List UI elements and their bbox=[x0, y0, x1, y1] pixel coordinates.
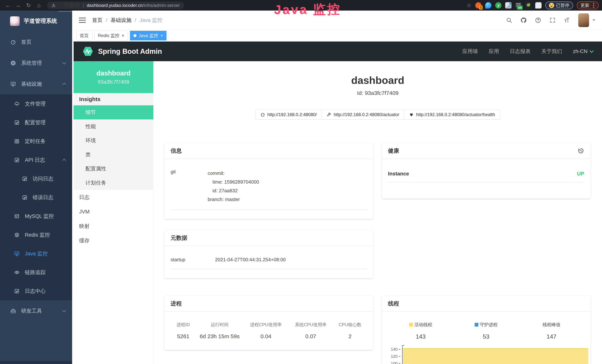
instance-links: http://192.168.0.2:48080/ http://192.168… bbox=[153, 110, 602, 120]
service-url-button[interactable]: http://192.168.0.2:48080/ bbox=[255, 110, 322, 120]
search-icon[interactable] bbox=[506, 17, 512, 23]
bookmark-star-icon[interactable]: ☆ bbox=[466, 2, 472, 9]
legend-peak-threads: 线程峰值 bbox=[543, 322, 560, 328]
extension-orange-icon[interactable]: 1 bbox=[475, 2, 482, 9]
sba-item-jvm[interactable]: JVM bbox=[74, 204, 153, 219]
sidebar-item-java-monitor[interactable]: Java 监控 bbox=[0, 244, 72, 263]
process-val-sys-cpu: 0.07 bbox=[305, 333, 316, 340]
hamburger-icon[interactable] bbox=[79, 18, 86, 23]
info-key: git bbox=[171, 169, 208, 204]
fullscreen-icon[interactable] bbox=[549, 17, 556, 23]
browser-menu-dots-icon[interactable] bbox=[593, 5, 594, 6]
sba-nav-wallboard[interactable]: 应用墙 bbox=[462, 48, 478, 55]
sba-item-mappings[interactable]: 映射 bbox=[74, 219, 153, 234]
sidebar-item-redis-monitor[interactable]: Redis 监控 bbox=[0, 225, 72, 244]
tag-home[interactable]: 首页 bbox=[76, 31, 92, 40]
extension-grid-icon[interactable] bbox=[505, 2, 512, 9]
sidebar-item-access-log[interactable]: 访问日志 bbox=[0, 169, 72, 188]
extension-list-icon[interactable]: on bbox=[515, 2, 522, 9]
metadata-value: 2021-04-27T00:44:31.254+08:00 bbox=[215, 257, 286, 263]
sidebar-item-infra[interactable]: 基础设施 bbox=[0, 74, 72, 94]
sba-nav-journal[interactable]: 日志报表 bbox=[510, 48, 531, 55]
dashboard-icon bbox=[10, 39, 16, 45]
info-card-title: 信息 bbox=[171, 147, 182, 155]
browser-reload-icon[interactable]: ↻ bbox=[24, 2, 33, 9]
extension-pin-icon[interactable] bbox=[485, 2, 492, 9]
log-icon bbox=[14, 157, 20, 163]
legend-blue-swatch-icon bbox=[475, 323, 478, 327]
cloud-upload-icon bbox=[14, 101, 20, 107]
sba-item-details[interactable]: 细节 bbox=[74, 105, 153, 119]
log-icon bbox=[22, 176, 27, 182]
chevron-down-icon bbox=[62, 61, 66, 64]
sba-brand[interactable]: Spring Boot Admin bbox=[83, 46, 162, 57]
font-size-icon[interactable] bbox=[564, 17, 570, 23]
extension-leaf-icon[interactable] bbox=[525, 2, 532, 9]
close-icon[interactable]: × bbox=[122, 33, 124, 38]
breadcrumb-home[interactable]: 首页 bbox=[92, 17, 103, 24]
extension-y-icon[interactable]: y bbox=[495, 2, 502, 9]
sidebar-item-system[interactable]: 系统管理 bbox=[0, 53, 72, 74]
sidebar-item-config-manage[interactable]: 配置管理 bbox=[0, 113, 72, 132]
close-icon[interactable]: × bbox=[160, 33, 163, 38]
sidebar-item-tracing[interactable]: 链路追踪 bbox=[0, 263, 72, 282]
browser-forward-icon[interactable]: → bbox=[14, 2, 23, 9]
github-icon[interactable] bbox=[520, 17, 527, 23]
sba-item-metrics[interactable]: 性能 bbox=[74, 119, 153, 134]
monitor-icon bbox=[10, 81, 16, 87]
update-browser-button[interactable]: 更新 bbox=[577, 1, 599, 9]
sidebar-item-mysql-monitor[interactable]: MySQL 监控 bbox=[0, 207, 72, 225]
sba-app-header[interactable]: dashboard 93a3fc7f7409 bbox=[74, 61, 153, 93]
process-val-cores: 2 bbox=[348, 333, 352, 340]
process-col-uptime: 运行时间 bbox=[211, 322, 229, 328]
sba-item-environment[interactable]: 环境 bbox=[74, 134, 153, 148]
tag-java-monitor[interactable]: Java 监控 × bbox=[130, 31, 166, 40]
app-logo-row[interactable]: 芋道管理系统 bbox=[0, 11, 72, 32]
extensions-puzzle-icon[interactable] bbox=[535, 2, 542, 9]
log-icon bbox=[22, 195, 27, 200]
sidebar-item-file-manage[interactable]: 文件管理 bbox=[0, 94, 72, 113]
health-status-badge: UP bbox=[577, 171, 584, 177]
sidebar-item-home[interactable]: 首页 bbox=[0, 32, 72, 53]
sidebar-item-scheduled-jobs[interactable]: 定时任务 bbox=[0, 132, 72, 150]
avatar-caret-icon[interactable] bbox=[592, 19, 595, 21]
health-url-button[interactable]: http://192.168.0.2:48080/actuator/health bbox=[404, 110, 500, 120]
sidebar-item-dev-tools[interactable]: 研发工具 bbox=[0, 300, 72, 321]
process-val-proc-cpu: 0.04 bbox=[260, 333, 271, 340]
tag-redis-monitor[interactable]: Redis 监控 × bbox=[94, 31, 128, 40]
legend-yellow-swatch-icon bbox=[409, 323, 413, 327]
sidebar-item-api-log[interactable]: API 日志 bbox=[0, 150, 72, 169]
peak-threads-value: 147 bbox=[547, 333, 556, 340]
history-icon[interactable] bbox=[578, 147, 584, 154]
database-icon bbox=[14, 214, 20, 219]
sidebar-item-log-center[interactable]: 日志中心 bbox=[0, 282, 72, 300]
sba-item-classes[interactable]: 类 bbox=[74, 148, 153, 162]
actuator-url-button[interactable]: http://192.168.0.2:48080/actuator bbox=[322, 110, 404, 120]
sba-item-logs[interactable]: 日志 bbox=[74, 190, 153, 204]
profile-paused-pill[interactable]: 已暂停 bbox=[545, 1, 573, 9]
browser-home-icon[interactable]: ⌂ bbox=[34, 2, 43, 9]
breadcrumb-infra[interactable]: 基础设施 bbox=[111, 17, 131, 24]
sidebar-item-error-log[interactable]: 错误日志 bbox=[0, 188, 72, 207]
sba-locale-select[interactable]: zh-CN bbox=[573, 48, 593, 54]
help-icon[interactable] bbox=[535, 17, 541, 23]
chevron-down-icon bbox=[62, 309, 66, 312]
log-icon bbox=[14, 288, 20, 294]
profile-avatar-emoji-icon bbox=[549, 3, 554, 8]
sba-nav-about[interactable]: 关于我们 bbox=[541, 48, 562, 55]
admin-sidebar: 芋道管理系统 首页 系统管理 基础设施 文件管理 配置管理 bbox=[0, 11, 72, 364]
health-instance-label: Instance bbox=[388, 171, 409, 177]
sba-nav-applications[interactable]: 应用 bbox=[489, 48, 499, 55]
breadcrumb: 首页 / 基础设施 / Java 监控 bbox=[92, 17, 162, 24]
metadata-card: 元数据 startup 2021-04-27T00:44:31.254+08:0… bbox=[164, 230, 373, 278]
sba-item-scheduled-tasks[interactable]: 计划任务 bbox=[74, 176, 153, 190]
sba-item-configprops[interactable]: 配置属性 bbox=[74, 162, 153, 176]
browser-back-icon[interactable]: ← bbox=[3, 2, 12, 9]
sba-item-caches[interactable]: 缓存 bbox=[74, 234, 153, 248]
address-bar[interactable]: ⚠ 不安全 | dashboard.yudao.iocoder.cn/infra… bbox=[47, 2, 184, 9]
user-avatar[interactable] bbox=[578, 13, 589, 27]
process-col-sys-cpu: 系统CPU使用率 bbox=[295, 322, 327, 328]
threads-area-chart: 140 120 100 bbox=[388, 345, 584, 364]
chart-y-axis: 140 120 100 bbox=[388, 345, 402, 364]
health-instance-row[interactable]: Instance UP bbox=[388, 164, 584, 182]
